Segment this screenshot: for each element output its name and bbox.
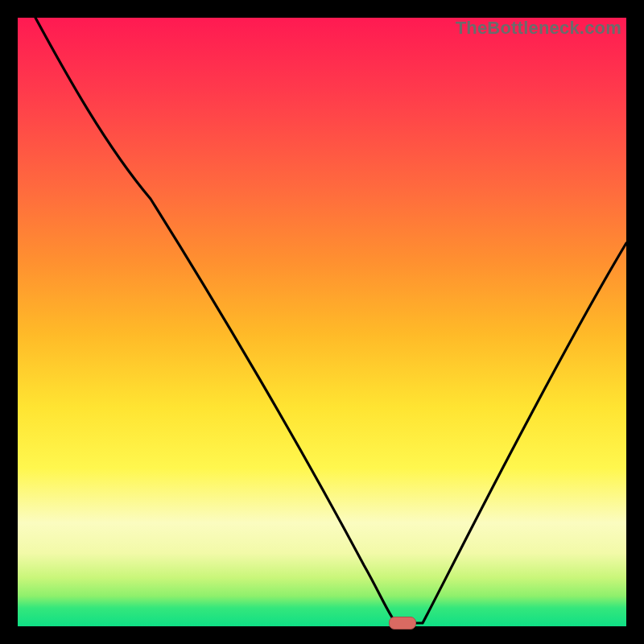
watermark-text: TheBottleneck.com xyxy=(456,18,621,39)
bottleneck-curve xyxy=(18,18,626,626)
chart-frame: TheBottleneck.com xyxy=(0,0,644,644)
plot-area: TheBottleneck.com xyxy=(18,18,626,626)
curve-path xyxy=(35,18,626,623)
optimal-marker xyxy=(389,617,416,630)
